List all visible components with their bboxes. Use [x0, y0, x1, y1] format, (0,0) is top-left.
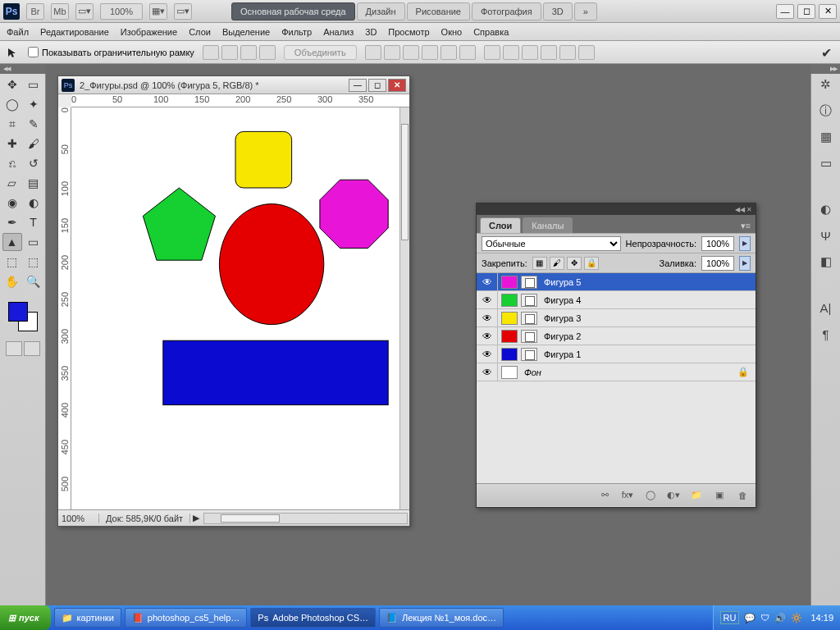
eyedropper-tool-icon[interactable]: ✎ — [24, 115, 43, 133]
taskbar-button[interactable]: 📘Лекция №1_моя.doc… — [379, 608, 504, 628]
minimize-button[interactable]: — — [776, 4, 794, 19]
menu-image[interactable]: Изображение — [121, 27, 177, 37]
doc-minimize-button[interactable]: — — [349, 79, 367, 92]
lasso-tool-icon[interactable]: ◯ — [2, 95, 22, 113]
menu-window[interactable]: Окно — [441, 27, 463, 37]
align-2-icon[interactable] — [384, 45, 400, 60]
type-tool-icon[interactable]: T — [24, 213, 43, 231]
menu-layers[interactable]: Слои — [189, 27, 211, 37]
fill-stepper-icon[interactable]: ▶ — [739, 256, 751, 271]
new-layer-icon[interactable]: ▣ — [711, 488, 728, 503]
trash-icon[interactable]: 🗑 — [734, 488, 751, 503]
layer-row[interactable]: 👁 Фигура 5 — [477, 273, 756, 291]
mask-icon[interactable]: ◯ — [642, 488, 659, 503]
dist-2-icon[interactable] — [503, 45, 519, 60]
visibility-eye-icon[interactable]: 👁 — [477, 363, 498, 381]
dodge-tool-icon[interactable]: ◐ — [24, 194, 43, 212]
layer-row-background[interactable]: 👁 Фон 🔒 — [477, 363, 756, 381]
layer-thumbnail[interactable] — [501, 276, 518, 289]
taskbar-button[interactable]: PsAdobe Photoshop CS… — [250, 608, 376, 628]
doc-zoom-field[interactable]: 100% — [58, 514, 99, 523]
align-3-icon[interactable] — [403, 45, 419, 60]
visibility-eye-icon[interactable]: 👁 — [477, 273, 498, 290]
align-4-icon[interactable] — [422, 45, 438, 60]
doc-close-button[interactable]: ✕ — [388, 79, 406, 92]
doc-scrollbar-horizontal[interactable] — [203, 513, 408, 524]
wand-tool-icon[interactable]: ✦ — [24, 95, 43, 113]
menu-filter[interactable]: Фильтр — [281, 27, 312, 37]
color-swatches[interactable] — [7, 300, 39, 333]
shape-tool-icon[interactable]: ▭ — [24, 233, 43, 251]
blur-tool-icon[interactable]: ◉ — [2, 194, 22, 212]
vector-mask-thumbnail[interactable] — [521, 294, 537, 307]
layer-row[interactable]: 👁 Фигура 3 — [477, 309, 756, 327]
info-icon[interactable]: ⓘ — [816, 102, 836, 120]
maximize-button[interactable]: ◻ — [797, 4, 815, 19]
align-5-icon[interactable] — [441, 45, 457, 60]
shape-ellipse[interactable] — [219, 204, 323, 325]
dist-6-icon[interactable] — [578, 45, 595, 60]
layer-thumbnail[interactable] — [501, 312, 518, 325]
adjustments-icon[interactable]: ◐ — [816, 200, 836, 218]
doc-scrollbar-vertical[interactable] — [399, 107, 409, 509]
shape-square[interactable] — [235, 131, 292, 188]
menu-select[interactable]: Выделение — [222, 27, 270, 37]
fill-input[interactable]: 100% — [701, 256, 734, 271]
menu-edit[interactable]: Редактирование — [40, 27, 109, 37]
workspace-tab-3d[interactable]: 3D — [543, 2, 573, 21]
history-brush-tool-icon[interactable]: ↺ — [24, 154, 43, 172]
paragraph-icon[interactable]: ¶ — [816, 325, 836, 343]
blend-mode-select[interactable]: Обычные — [482, 236, 621, 251]
3d-tool-icon[interactable]: ⬚ — [2, 253, 22, 271]
navigator-icon[interactable]: ✲ — [816, 75, 836, 94]
fx-icon[interactable]: fx▾ — [619, 488, 636, 503]
workspace-tab-photography[interactable]: Фотография — [472, 2, 541, 21]
adjustment-layer-icon[interactable]: ◐▾ — [665, 488, 682, 503]
menu-3d[interactable]: 3D — [365, 27, 377, 37]
shape-rectangle[interactable] — [163, 340, 388, 404]
eraser-tool-icon[interactable]: ▱ — [2, 174, 22, 192]
canvas[interactable] — [71, 107, 399, 509]
character-icon[interactable]: A| — [816, 299, 836, 317]
opacity-input[interactable]: 100% — [701, 236, 734, 251]
workspace-tab-essentials[interactable]: Основная рабочая среда — [231, 2, 355, 21]
vector-mask-thumbnail[interactable] — [521, 312, 537, 325]
vector-mask-thumbnail[interactable] — [521, 276, 537, 289]
lock-pixels-icon[interactable]: 🖌 — [550, 257, 564, 270]
fg-color-swatch[interactable] — [8, 302, 28, 322]
document-titlebar[interactable]: Ps 2_Фигуры.psd @ 100% (Фигура 5, RGB/8)… — [58, 76, 409, 94]
move-tool-icon[interactable]: ✥ — [2, 75, 22, 94]
pathop-3-icon[interactable] — [240, 45, 257, 60]
shape-pentagon[interactable] — [143, 188, 215, 260]
dist-5-icon[interactable] — [559, 45, 576, 60]
pathop-1-icon[interactable] — [203, 45, 219, 60]
lock-transparent-icon[interactable]: ▦ — [532, 257, 547, 270]
workspace-more-icon[interactable]: » — [574, 2, 597, 21]
screen-mode-icon[interactable]: ▭▾ — [75, 3, 94, 20]
toolbox-collapse-handle[interactable] — [0, 64, 46, 74]
vector-mask-thumbnail[interactable] — [521, 348, 537, 361]
tray-icon-1[interactable]: 💬 — [744, 613, 756, 623]
marquee-tool-icon[interactable]: ▭ — [24, 75, 43, 94]
gradient-tool-icon[interactable]: ▤ — [24, 174, 43, 192]
layer-row[interactable]: 👁 Фигура 4 — [477, 291, 756, 309]
align-6-icon[interactable] — [459, 45, 476, 60]
zoom-level-dropdown[interactable]: 100% — [100, 3, 143, 20]
pathop-4-icon[interactable] — [259, 45, 276, 60]
language-indicator[interactable]: RU — [720, 611, 740, 624]
visibility-eye-icon[interactable]: 👁 — [477, 327, 498, 345]
tray-icon-2[interactable]: 🛡 — [760, 613, 769, 623]
brush-tool-icon[interactable]: 🖌 — [24, 135, 43, 153]
taskbar-button[interactable]: 📕photoshop_cs5_help… — [125, 608, 248, 628]
styles-icon[interactable]: ◧ — [816, 253, 836, 271]
workspace-tab-painting[interactable]: Рисование — [407, 2, 470, 21]
right-dock-collapse-handle[interactable] — [810, 64, 840, 74]
layer-thumbnail[interactable] — [501, 330, 518, 343]
swatches-panel-icon[interactable]: ▦ — [816, 128, 836, 146]
zoom-tool-icon[interactable]: 🔍 — [24, 272, 43, 290]
heal-tool-icon[interactable]: ✚ — [2, 135, 22, 153]
tab-channels[interactable]: Каналы — [523, 217, 573, 233]
link-layers-icon[interactable]: ⚯ — [596, 488, 613, 503]
crop-tool-icon[interactable]: ⌗ — [2, 115, 22, 133]
minibridge-icon[interactable]: Mb — [51, 3, 69, 20]
